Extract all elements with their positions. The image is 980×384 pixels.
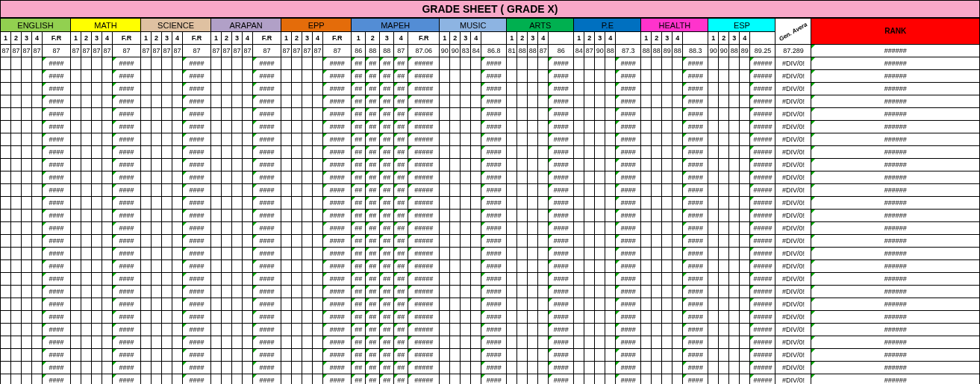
- grade-cell[interactable]: [584, 70, 595, 83]
- fr-cell[interactable]: ####: [323, 197, 352, 210]
- grade-cell[interactable]: [440, 273, 450, 286]
- fr-cell[interactable]: ####: [183, 197, 211, 210]
- fr-cell[interactable]: ####: [683, 260, 708, 273]
- grade-cell[interactable]: [719, 349, 729, 362]
- grade-cell[interactable]: [302, 210, 313, 222]
- grade-cell[interactable]: ##: [352, 374, 366, 385]
- fr-cell[interactable]: ####: [481, 260, 507, 273]
- grade-cell[interactable]: [292, 235, 302, 248]
- grade-cell[interactable]: [81, 260, 92, 273]
- grade-cell[interactable]: [574, 222, 584, 235]
- grade-cell[interactable]: [662, 70, 672, 83]
- grade-cell[interactable]: [71, 349, 81, 362]
- grade-cell[interactable]: ##: [366, 197, 380, 210]
- grade-cell[interactable]: [450, 210, 461, 222]
- grade-cell[interactable]: [281, 159, 292, 171]
- fr-cell[interactable]: ####: [323, 362, 352, 374]
- grade-cell[interactable]: [243, 235, 253, 248]
- grade-cell[interactable]: ##: [352, 235, 366, 248]
- grade-cell[interactable]: [292, 108, 302, 121]
- fr-cell[interactable]: ####: [323, 336, 352, 349]
- fr-cell[interactable]: ####: [113, 121, 141, 133]
- grade-cell[interactable]: [22, 286, 32, 298]
- grade-cell[interactable]: [152, 133, 162, 146]
- grade-cell[interactable]: [313, 197, 323, 210]
- grade-cell[interactable]: 87: [102, 45, 113, 57]
- fr-cell[interactable]: ####: [43, 324, 71, 336]
- grade-cell[interactable]: 87: [232, 45, 243, 57]
- grade-cell[interactable]: [222, 133, 232, 146]
- grade-cell[interactable]: [313, 184, 323, 197]
- grade-cell[interactable]: [92, 121, 102, 133]
- grade-cell[interactable]: [729, 248, 740, 260]
- fr-cell[interactable]: #####: [408, 311, 440, 324]
- fr-cell[interactable]: #####: [408, 286, 440, 298]
- grade-cell[interactable]: [232, 362, 243, 374]
- fr-cell[interactable]: ####: [323, 184, 352, 197]
- grade-cell[interactable]: [528, 235, 538, 248]
- grade-cell[interactable]: [595, 273, 605, 286]
- fr-cell[interactable]: ####: [616, 184, 641, 197]
- div-error-cell[interactable]: ######: [811, 362, 980, 374]
- fr-cell[interactable]: ####: [683, 121, 708, 133]
- grade-cell[interactable]: [574, 248, 584, 260]
- grade-cell[interactable]: [71, 184, 81, 197]
- fr-cell[interactable]: ####: [549, 362, 574, 374]
- grade-cell[interactable]: [662, 159, 672, 171]
- grade-cell[interactable]: [507, 159, 517, 171]
- grade-cell[interactable]: [528, 121, 538, 133]
- fr-cell[interactable]: ####: [253, 171, 281, 184]
- grade-cell[interactable]: [11, 171, 22, 184]
- grade-cell[interactable]: [141, 222, 152, 235]
- grade-cell[interactable]: [243, 197, 253, 210]
- grade-cell[interactable]: [281, 362, 292, 374]
- grade-cell[interactable]: [662, 210, 672, 222]
- grade-cell[interactable]: ##: [366, 83, 380, 95]
- grade-cell[interactable]: [22, 311, 32, 324]
- grade-cell[interactable]: [729, 197, 740, 210]
- rank-cell[interactable]: ######: [811, 45, 980, 57]
- grade-cell[interactable]: ##: [366, 133, 380, 146]
- grade-cell[interactable]: ##: [394, 349, 408, 362]
- fr-cell[interactable]: #####: [408, 57, 440, 70]
- grade-cell[interactable]: [708, 374, 719, 385]
- grade-cell[interactable]: [281, 108, 292, 121]
- grade-cell[interactable]: [1, 159, 11, 171]
- grade-cell[interactable]: [243, 374, 253, 385]
- div-error-cell[interactable]: ######: [811, 159, 980, 171]
- grade-cell[interactable]: [729, 222, 740, 235]
- fr-cell[interactable]: ####: [481, 311, 507, 324]
- fr-cell[interactable]: ####: [183, 349, 211, 362]
- grade-cell[interactable]: [672, 362, 683, 374]
- grade-cell[interactable]: [708, 324, 719, 336]
- fr-cell[interactable]: ####: [616, 57, 641, 70]
- grade-cell[interactable]: [507, 235, 517, 248]
- grade-cell[interactable]: [517, 222, 528, 235]
- div-error-cell[interactable]: ######: [811, 121, 980, 133]
- grade-cell[interactable]: [471, 374, 481, 385]
- grade-cell[interactable]: [672, 108, 683, 121]
- grade-cell[interactable]: [662, 336, 672, 349]
- grade-cell[interactable]: ##: [366, 159, 380, 171]
- fr-cell[interactable]: ####: [253, 133, 281, 146]
- grade-cell[interactable]: [740, 235, 750, 248]
- grade-cell[interactable]: [162, 210, 172, 222]
- grade-cell[interactable]: [440, 133, 450, 146]
- fr-cell[interactable]: ####: [253, 146, 281, 159]
- grade-cell[interactable]: [152, 70, 162, 83]
- grade-cell[interactable]: [584, 57, 595, 70]
- grade-cell[interactable]: [243, 273, 253, 286]
- grade-cell[interactable]: [450, 184, 461, 197]
- grade-cell[interactable]: [71, 222, 81, 235]
- grade-cell[interactable]: [719, 362, 729, 374]
- fr-cell[interactable]: ####: [549, 311, 574, 324]
- grade-cell[interactable]: [222, 171, 232, 184]
- grade-cell[interactable]: [729, 121, 740, 133]
- grade-cell[interactable]: [302, 248, 313, 260]
- grade-cell[interactable]: [141, 197, 152, 210]
- fr-cell[interactable]: #####: [408, 248, 440, 260]
- fr-cell[interactable]: ####: [549, 95, 574, 108]
- grade-cell[interactable]: [641, 159, 652, 171]
- div-error-cell[interactable]: ######: [811, 57, 980, 70]
- fr-cell[interactable]: ####: [183, 324, 211, 336]
